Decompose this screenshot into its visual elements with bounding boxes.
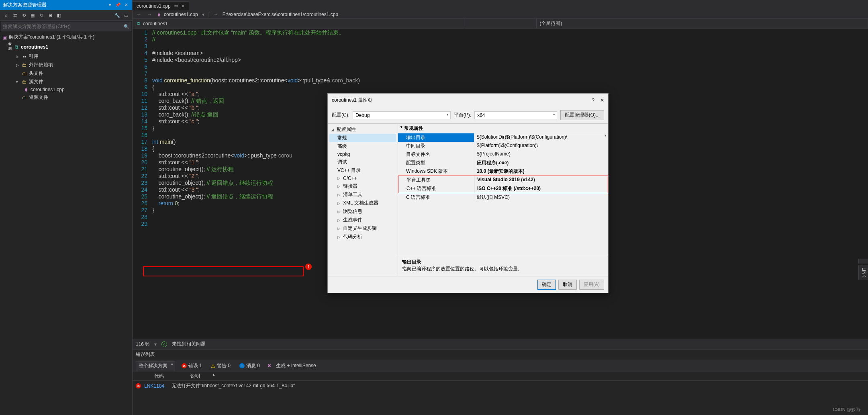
- sync-icon[interactable]: ⟲: [20, 12, 27, 19]
- cancel-button[interactable]: 取消: [558, 280, 577, 290]
- tree-vc-dirs[interactable]: VC++ 目录: [329, 166, 396, 175]
- property-description: 输出目录 指向已编译程序的放置位置的路径。可以包括环境变量。: [398, 256, 608, 276]
- tree-config-properties[interactable]: ◢配置属性: [329, 125, 396, 134]
- tree-vcpkg[interactable]: vcpkg: [329, 151, 396, 158]
- tree-build-events[interactable]: ▷生成事件: [329, 216, 396, 224]
- panel-title: 解决方案资源管理器: [3, 2, 47, 8]
- prop-intermediate-dir[interactable]: 中间目录$(Platform)\$(Configuration)\: [398, 142, 608, 150]
- nav-path[interactable]: E:\exercise\baseExercise\coroutines1\cor…: [223, 12, 338, 17]
- search-icon[interactable]: 🔍: [124, 24, 129, 29]
- tree-manifest[interactable]: ▷清单工具: [329, 190, 396, 199]
- prop-sdk-version[interactable]: Windows SDK 版本10.0 (最新安装的版本): [398, 167, 608, 176]
- close-icon[interactable]: ✕: [181, 4, 185, 9]
- filter-icon[interactable]: ▤: [29, 12, 36, 19]
- pin-icon[interactable]: ⮆: [174, 4, 178, 8]
- headers-node[interactable]: 🗀头文件: [0, 69, 132, 78]
- nav-history-icon[interactable]: ▾: [200, 12, 206, 17]
- context-bar: ⧉coroutines1 (全局范围): [133, 19, 868, 29]
- tree-xmldoc[interactable]: ▷XML 文档生成器: [329, 199, 396, 207]
- dialog-config-row: 配置(C): Debug 平台(P): x64 配置管理器(O)...: [328, 107, 608, 123]
- close-icon[interactable]: ✕: [600, 98, 604, 103]
- error-row[interactable]: ✕ LNK1104 无法打开文件"libboost_context-vc142-…: [133, 381, 868, 391]
- tree-cpp[interactable]: ▷C/C++: [329, 175, 396, 182]
- tree-general[interactable]: 常规: [329, 134, 396, 142]
- tree-code-analysis[interactable]: ▷代码分析: [329, 233, 396, 241]
- tree-advanced[interactable]: 高级: [329, 142, 396, 151]
- show-icon[interactable]: ◧: [55, 12, 63, 19]
- errors-filter-button[interactable]: ✕错误 1: [179, 362, 204, 370]
- config-combo[interactable]: Debug: [353, 111, 451, 119]
- platform-combo[interactable]: x64: [474, 111, 557, 119]
- tree-custom-build[interactable]: ▷自定义生成步骤: [329, 224, 396, 233]
- error-columns: 代码 说明▲: [133, 372, 868, 381]
- sources-node[interactable]: ▾🗀源文件: [0, 78, 132, 86]
- prop-target-name[interactable]: 目标文件名$(ProjectName): [398, 150, 608, 159]
- messages-filter-button[interactable]: i消息 0: [237, 362, 262, 370]
- right-tab-link[interactable]: LINK: [858, 265, 868, 280]
- error-icon: ✕: [136, 383, 141, 388]
- tree-debug[interactable]: 调试: [329, 158, 396, 166]
- col-code[interactable]: 代码: [154, 373, 178, 380]
- tree-browse[interactable]: ▷浏览信息: [329, 207, 396, 216]
- pin-icon[interactable]: 📌: [115, 2, 121, 8]
- dialog-footer: 确定 取消 应用(A): [328, 276, 608, 293]
- error-icon: ✕: [182, 363, 187, 368]
- category-general[interactable]: ▾常规属性: [398, 124, 608, 133]
- file-icon: ⧫: [156, 12, 161, 17]
- context-project[interactable]: ⧉coroutines1: [133, 19, 464, 28]
- ok-button[interactable]: 确定: [537, 280, 556, 290]
- solution-search[interactable]: 🔍: [1, 22, 131, 31]
- build-source[interactable]: 生成 + IntelliSense: [276, 362, 316, 369]
- error-scope-combo[interactable]: 整个解决方案: [136, 361, 175, 370]
- property-grid: ▾常规属性 输出目录$(SolutionDir)$(Platform)\$(Co…: [398, 124, 608, 276]
- view-icon[interactable]: ▭: [123, 12, 130, 19]
- nav-file[interactable]: coroutines1.cpp: [164, 12, 198, 17]
- line-gutter: 12345 678910 1112131415 1617181920 21222…: [133, 29, 151, 339]
- resources-node[interactable]: 🗀资源文件: [0, 93, 132, 102]
- dropdown-icon: ▾: [602, 133, 608, 142]
- no-issues-text: 未找到相关问题: [172, 341, 206, 348]
- right-tab-file[interactable]: 文件: [858, 259, 868, 264]
- solution-node[interactable]: ▣解决方案"coroutines1"(1 个项目/共 1 个): [0, 33, 132, 41]
- search-input[interactable]: [3, 24, 124, 29]
- tab-coroutines1[interactable]: coroutines1.cpp ⮆ ✕: [133, 1, 189, 10]
- home-icon[interactable]: ⌂: [2, 12, 10, 19]
- annotation-badge-1: 1: [305, 264, 312, 270]
- nav-bar: ← → ⧫ coroutines1.cpp ▾ | → E:\exercise\…: [133, 10, 868, 19]
- clear-icon[interactable]: ✖: [266, 363, 272, 369]
- property-pages-dialog: coroutines1 属性页 ? ✕ 配置(C): Debug 平台(P): …: [327, 93, 609, 293]
- solution-toolbar: ⌂ ⇄ ⟲ ▤ ↻ ⊟ ◧ 🔧 ▭: [0, 10, 132, 21]
- error-code[interactable]: LNK1104: [144, 383, 168, 389]
- source-file-node[interactable]: ⧫coroutines1.cpp: [0, 86, 132, 93]
- context-spacer[interactable]: [464, 19, 537, 28]
- nav-up-icon[interactable]: →: [212, 12, 220, 17]
- col-desc[interactable]: 说明: [190, 373, 200, 380]
- references-node[interactable]: ▷▪▪引用: [0, 52, 132, 61]
- zoom-level[interactable]: 116 %: [136, 341, 149, 347]
- config-manager-button[interactable]: 配置管理器(O)...: [560, 110, 604, 120]
- collapse-icon[interactable]: ⊟: [47, 12, 54, 19]
- apply-button[interactable]: 应用(A): [579, 280, 604, 290]
- project-node[interactable]: �測⧉coroutines1: [0, 41, 132, 52]
- external-deps-node[interactable]: ▷🗀外部依赖项: [0, 61, 132, 69]
- context-scope[interactable]: (全局范围): [537, 19, 868, 28]
- refresh-icon[interactable]: ↻: [38, 12, 45, 19]
- switch-icon[interactable]: ⇄: [11, 12, 18, 19]
- help-icon[interactable]: ?: [592, 98, 594, 103]
- dropdown-icon[interactable]: ▾: [107, 2, 113, 8]
- warnings-filter-button[interactable]: ⚠警告 0: [208, 362, 233, 370]
- nav-back-icon[interactable]: ←: [135, 12, 143, 17]
- nav-fwd-icon[interactable]: →: [145, 12, 153, 17]
- prop-config-type[interactable]: 配置类型应用程序(.exe): [398, 159, 608, 167]
- prop-output-dir[interactable]: 输出目录$(SolutionDir)$(Platform)\$(Configur…: [398, 133, 608, 142]
- wrench-icon[interactable]: 🔧: [114, 12, 121, 19]
- solution-explorer: 解决方案资源管理器 ▾ 📌 ✕ ⌂ ⇄ ⟲ ▤ ↻ ⊟ ◧ 🔧 ▭ 🔍 ▣解决方…: [0, 0, 133, 415]
- prop-c-standard[interactable]: C 语言标准默认(旧 MSVC): [398, 193, 608, 202]
- close-icon[interactable]: ✕: [123, 2, 129, 8]
- tree-linker[interactable]: ▷链接器: [329, 182, 396, 190]
- error-toolbar: 整个解决方案 ✕错误 1 ⚠警告 0 i消息 0 ✖ 生成 + IntelliS…: [133, 360, 868, 372]
- prop-cpp-standard[interactable]: C++ 语言标准ISO C++20 标准 (/std:c++20): [398, 184, 608, 193]
- prop-platform-toolset[interactable]: 平台工具集Visual Studio 2019 (v142): [398, 176, 608, 184]
- platform-label: 平台(P):: [454, 112, 471, 119]
- watermark: CSDN @妙为: [833, 407, 860, 413]
